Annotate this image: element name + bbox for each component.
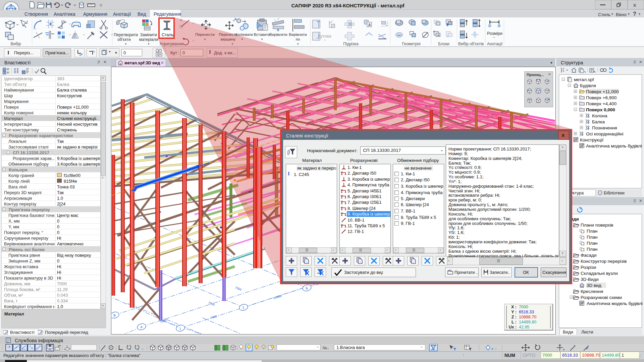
svg-text:x: x	[129, 347, 131, 351]
svg-text:y: y	[138, 347, 139, 351]
svg-text:1.Власна вага: 1.Власна вага	[336, 345, 365, 350]
svg-text:7000: 7000	[208, 301, 215, 307]
svg-text:№: №	[323, 346, 327, 350]
svg-text:7000: 7000	[234, 286, 242, 292]
svg-text:7000: 7000	[210, 314, 217, 319]
svg-text:14999: 14999	[273, 294, 282, 300]
